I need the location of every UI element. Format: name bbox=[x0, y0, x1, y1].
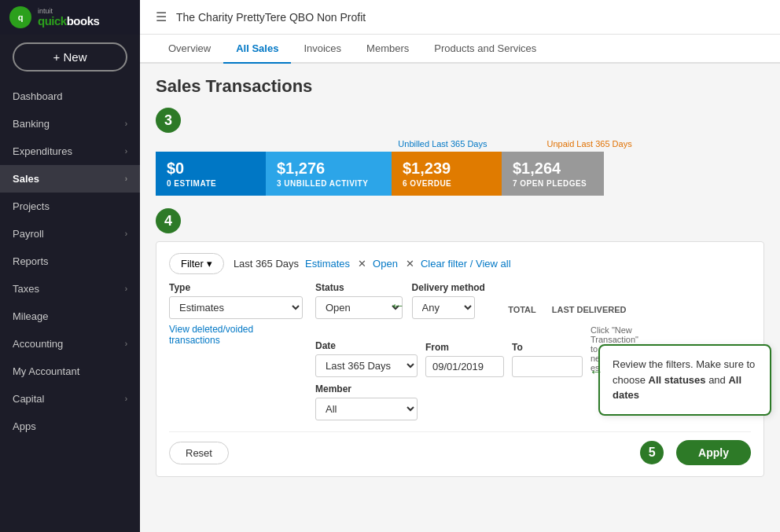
summary-section: 3 Unbilled Last 365 Days Unpaid Last 365… bbox=[156, 108, 764, 196]
sidebar-item-sales[interactable]: Sales › bbox=[0, 165, 140, 193]
topbar: ☰ The Charity PrettyTere QBO Non Profit bbox=[140, 0, 780, 35]
tab-products-services[interactable]: Products and Services bbox=[421, 35, 549, 64]
sidebar-item-capital[interactable]: Capital › bbox=[0, 385, 140, 413]
chevron-right-icon: › bbox=[125, 394, 127, 403]
step-4-badge: 4 bbox=[156, 208, 181, 233]
filter-button[interactable]: Filter ▾ bbox=[169, 253, 224, 274]
tab-invoices[interactable]: Invoices bbox=[291, 35, 354, 64]
card-estimate[interactable]: $0 0 ESTIMATE bbox=[156, 152, 266, 196]
estimates-chip-remove[interactable]: ✕ bbox=[358, 258, 366, 270]
estimates-chip-link[interactable]: Estimates bbox=[305, 258, 350, 270]
sidebar-item-accounting[interactable]: Accounting › bbox=[0, 330, 140, 358]
type-label: Type bbox=[169, 282, 303, 293]
delivery-label: Delivery method bbox=[412, 282, 499, 293]
sidebar-item-banking[interactable]: Banking › bbox=[0, 110, 140, 138]
status-label: Status bbox=[315, 282, 403, 293]
from-filter-group: From bbox=[425, 342, 504, 377]
table-headers: TOTAL LAST DELIVERED bbox=[508, 282, 638, 319]
sidebar-logo: q intuit quickbooks bbox=[0, 0, 140, 35]
sidebar-item-mileage[interactable]: Mileage bbox=[0, 303, 140, 330]
type-select[interactable]: Estimates Invoices All bbox=[169, 296, 303, 319]
member-label: Member bbox=[315, 383, 418, 394]
to-label: To bbox=[512, 342, 583, 353]
callout-tooltip: ← Review the filters. Make sure to choos… bbox=[598, 344, 771, 416]
card-overdue-label: 6 OVERDUE bbox=[403, 179, 491, 188]
sidebar-item-reports[interactable]: Reports bbox=[0, 248, 140, 275]
to-input[interactable] bbox=[512, 356, 583, 377]
card-pledges[interactable]: $1,264 7 OPEN PLEDGES bbox=[502, 152, 604, 196]
last-delivered-header: LAST DELIVERED bbox=[552, 305, 627, 314]
card-unbilled[interactable]: $1,276 3 UNBILLED ACTIVITY bbox=[266, 152, 392, 196]
sidebar-item-taxes[interactable]: Taxes › bbox=[0, 275, 140, 303]
new-button[interactable]: + New bbox=[13, 42, 127, 72]
quickbooks-icon: q bbox=[9, 6, 31, 28]
filter-bottom: Reset 5 Apply bbox=[169, 431, 751, 465]
tab-overview[interactable]: Overview bbox=[156, 35, 223, 64]
card-overdue[interactable]: $1,239 6 OVERDUE bbox=[392, 152, 502, 196]
chevron-right-icon: › bbox=[125, 119, 127, 128]
card-estimate-label: 0 ESTIMATE bbox=[167, 179, 255, 188]
unbilled-label: Unbilled Last 365 Days bbox=[392, 139, 493, 150]
sidebar: q intuit quickbooks + New Dashboard Bank… bbox=[0, 0, 140, 532]
sidebar-item-apps[interactable]: Apps bbox=[0, 413, 140, 440]
sidebar-item-expenditures[interactable]: Expenditures › bbox=[0, 138, 140, 165]
tab-members[interactable]: Members bbox=[354, 35, 421, 64]
quickbooks-logo-text: quickbooks bbox=[38, 15, 99, 27]
to-filter-group: To bbox=[512, 342, 583, 377]
status-chip-link[interactable]: Open bbox=[373, 258, 398, 270]
filter-chips: Last 365 Days Estimates ✕ Open ✕ Clear f… bbox=[234, 258, 511, 270]
status-chip-remove[interactable]: ✕ bbox=[406, 258, 414, 270]
delivery-filter-group: Delivery method Any Email Print ← bbox=[412, 282, 499, 319]
chevron-down-icon: ▾ bbox=[207, 258, 212, 270]
reset-button[interactable]: Reset bbox=[169, 442, 229, 464]
card-pledges-label: 7 OPEN PLEDGES bbox=[513, 179, 593, 188]
content-area: Sales Transactions 3 Unbilled Last 365 D… bbox=[140, 64, 780, 532]
member-select[interactable]: All bbox=[315, 398, 418, 420]
page-title: Sales Transactions bbox=[156, 76, 764, 97]
chevron-right-icon: › bbox=[125, 339, 127, 348]
step-3-badge: 3 bbox=[156, 108, 181, 133]
date-filter-group: Date Last 365 Days All Dates Custom bbox=[315, 340, 418, 377]
filter-section-wrapper: 4 Filter ▾ Last 365 Days Estimates ✕ Ope… bbox=[156, 208, 764, 477]
card-unbilled-label: 3 UNBILLED ACTIVITY bbox=[277, 179, 381, 188]
delivery-select[interactable]: Any Email Print bbox=[412, 296, 475, 319]
sidebar-item-projects[interactable]: Projects bbox=[0, 193, 140, 220]
filter-panel: Filter ▾ Last 365 Days Estimates ✕ Open … bbox=[156, 241, 764, 477]
apply-button[interactable]: Apply bbox=[676, 440, 751, 465]
card-pledges-amount: $1,264 bbox=[513, 160, 593, 178]
sidebar-nav: Dashboard Banking › Expenditures › Sales… bbox=[0, 79, 140, 532]
total-header: TOTAL bbox=[508, 305, 536, 314]
from-label: From bbox=[425, 342, 504, 353]
arrow-indicator: ← bbox=[390, 296, 406, 314]
from-input[interactable] bbox=[425, 356, 504, 377]
date-label: Date bbox=[315, 340, 418, 351]
callout-arrow-icon: ← bbox=[589, 361, 603, 383]
card-unbilled-amount: $1,276 bbox=[277, 160, 381, 178]
member-row: Member All bbox=[315, 383, 638, 420]
step-5-badge: 5 bbox=[640, 441, 664, 464]
summary-cards: $0 0 ESTIMATE $1,276 3 UNBILLED ACTIVITY… bbox=[156, 152, 764, 196]
main-content: ☰ The Charity PrettyTere QBO Non Profit … bbox=[140, 0, 780, 532]
chevron-right-icon: › bbox=[125, 284, 127, 293]
card-overdue-amount: $1,239 bbox=[403, 160, 491, 178]
company-name: The Charity PrettyTere QBO Non Profit bbox=[176, 11, 366, 24]
sidebar-item-my-accountant[interactable]: My Accountant bbox=[0, 358, 140, 385]
hamburger-icon[interactable]: ☰ bbox=[156, 9, 167, 24]
filter-header: Filter ▾ Last 365 Days Estimates ✕ Open … bbox=[169, 253, 751, 274]
sidebar-item-dashboard[interactable]: Dashboard bbox=[0, 83, 140, 110]
chevron-right-icon: › bbox=[125, 229, 127, 238]
status-delivery-group: Status Open All Closed Delivery method bbox=[315, 282, 638, 420]
view-deleted-link[interactable]: View deleted/voided transactions bbox=[169, 324, 303, 346]
date-chip: Last 365 Days bbox=[234, 258, 299, 270]
type-filter-group: Type Estimates Invoices All View deleted… bbox=[169, 282, 303, 420]
tabs-bar: Overview All Sales Invoices Members Prod… bbox=[140, 35, 780, 64]
clear-filter-link[interactable]: Clear filter / View all bbox=[421, 258, 511, 270]
tab-all-sales[interactable]: All Sales bbox=[223, 35, 291, 64]
sidebar-item-payroll[interactable]: Payroll › bbox=[0, 220, 140, 248]
card-estimate-amount: $0 bbox=[167, 160, 255, 178]
chevron-right-icon: › bbox=[125, 147, 127, 156]
date-select[interactable]: Last 365 Days All Dates Custom bbox=[315, 354, 418, 377]
unpaid-label: Unpaid Last 365 Days bbox=[540, 139, 638, 150]
svg-text:q: q bbox=[18, 13, 24, 22]
member-filter-group: Member All bbox=[315, 383, 418, 420]
